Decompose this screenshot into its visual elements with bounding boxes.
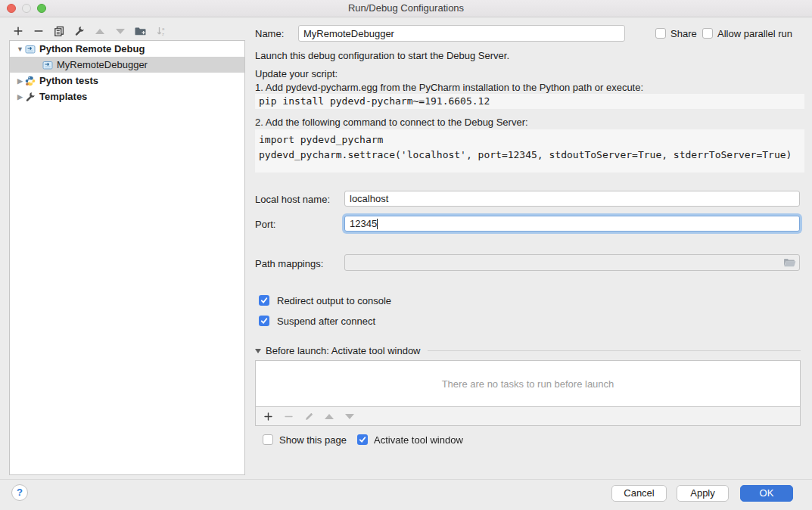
svg-text:a: a: [162, 26, 165, 31]
local-host-name-input[interactable]: [344, 191, 800, 207]
add-task-button[interactable]: [260, 409, 275, 424]
text-cursor: [377, 219, 378, 229]
intro-text: Launch this debug configuration to start…: [255, 50, 509, 61]
down-arrow-icon: [116, 29, 125, 34]
configurations-toolbar: az: [11, 23, 169, 39]
apply-button[interactable]: Apply: [677, 485, 729, 502]
new-folder-button[interactable]: [133, 23, 148, 39]
wrench-icon: [74, 26, 85, 36]
settrace-code-line2: pydevd_pycharm.settrace('localhost', por…: [259, 149, 792, 160]
before-launch-task-list[interactable]: There are no tasks to run before launch: [255, 360, 801, 407]
move-down-button[interactable]: [113, 23, 128, 39]
plus-icon: [13, 26, 23, 36]
browse-path-mappings-button[interactable]: [783, 257, 796, 270]
expand-arrow-icon[interactable]: ▶: [15, 77, 25, 85]
settrace-code-line1: import pydevd_pycharm: [259, 134, 383, 145]
ok-button[interactable]: OK: [740, 485, 793, 502]
window-title: Run/Debug Configurations: [0, 2, 812, 14]
minus-icon: [33, 26, 44, 36]
update-script-text: Update your script:: [255, 68, 338, 79]
tree-item-python-remote-debug[interactable]: ▼ Python Remote Debug: [10, 41, 244, 57]
share-checkbox[interactable]: [655, 28, 666, 39]
name-input[interactable]: [298, 25, 625, 42]
footer-divider: [0, 479, 812, 480]
collapse-arrow-icon[interactable]: ▼: [15, 45, 25, 53]
local-host-name-label: Local host name:: [255, 194, 330, 205]
name-label: Name:: [255, 28, 284, 39]
expand-arrow-icon[interactable]: ▶: [15, 93, 25, 101]
wrench-icon: [25, 92, 36, 102]
new-folder-icon: [135, 26, 147, 36]
remove-task-button[interactable]: [281, 409, 296, 424]
activate-tool-window-checkbox[interactable]: [357, 434, 368, 445]
empty-task-message: There are no tasks to run before launch: [442, 378, 614, 390]
redirect-output-label: Redirect output to console: [277, 295, 391, 306]
tree-item-label: MyRemoteDebugger: [57, 59, 148, 70]
suspend-after-connect-checkbox[interactable]: [259, 316, 269, 326]
show-this-page-checkbox[interactable]: [263, 434, 273, 445]
cancel-button[interactable]: Cancel: [611, 485, 667, 502]
copy-icon: [54, 26, 64, 36]
move-task-up-button[interactable]: [322, 409, 337, 424]
tree-item-label: Templates: [39, 91, 87, 102]
before-launch-toolbar: [255, 406, 801, 426]
activate-tool-window-label: Activate tool window: [374, 434, 463, 446]
step2-text: 2. Add the following command to connect …: [255, 117, 528, 128]
port-label: Port:: [255, 219, 275, 230]
folder-icon: [783, 257, 796, 268]
settrace-code: import pydevd_pycharm pydevd_pycharm.set…: [255, 129, 804, 173]
path-mappings-field[interactable]: [344, 254, 800, 271]
remove-configuration-button[interactable]: [31, 23, 46, 39]
edit-task-button[interactable]: [301, 409, 316, 424]
sort-configurations-button[interactable]: az: [154, 23, 169, 39]
pip-install-code: pip install pydevd-pycharm~=191.6605.12: [255, 94, 804, 109]
tree-item-myremotedebugger[interactable]: MyRemoteDebugger: [10, 57, 244, 73]
allow-parallel-run-label: Allow parallel run: [717, 28, 792, 39]
tree-item-label: Python tests: [39, 75, 98, 86]
sort-az-icon: az: [156, 26, 166, 36]
move-task-down-button[interactable]: [342, 409, 357, 424]
svg-text:z: z: [162, 32, 164, 36]
python-icon: [25, 76, 36, 86]
copy-configuration-button[interactable]: [51, 23, 67, 39]
collapse-arrow-icon[interactable]: [255, 349, 261, 353]
down-arrow-icon: [345, 414, 354, 419]
step1-text: 1. Add pydevd-pycharm.egg from the PyCha…: [255, 82, 643, 93]
allow-parallel-run-checkbox[interactable]: [702, 28, 713, 39]
move-up-button[interactable]: [92, 23, 107, 39]
share-label: Share: [670, 28, 697, 39]
help-button[interactable]: ?: [11, 484, 28, 501]
titlebar[interactable]: Run/Debug Configurations: [0, 0, 812, 17]
tree-item-label: Python Remote Debug: [39, 43, 145, 54]
path-mappings-label: Path mappings:: [255, 258, 323, 269]
configurations-tree: ▼ Python Remote Debug MyRemoteDebugger ▶…: [9, 40, 245, 475]
tree-item-templates[interactable]: ▶ Templates: [10, 89, 244, 104]
run-config-icon: [25, 44, 36, 54]
add-configuration-button[interactable]: [11, 23, 26, 39]
suspend-after-connect-label: Suspend after connect: [277, 316, 375, 327]
minus-icon: [284, 412, 294, 421]
before-launch-title: Before launch: Activate tool window: [266, 345, 421, 356]
up-arrow-icon: [95, 29, 104, 34]
port-input[interactable]: [344, 216, 800, 232]
edit-templates-button[interactable]: [72, 23, 87, 39]
run-config-icon: [42, 60, 53, 70]
show-this-page-label: Show this page: [279, 434, 347, 446]
before-launch-header[interactable]: Before launch: Activate tool window: [255, 345, 801, 356]
pencil-icon: [304, 412, 314, 421]
tree-item-python-tests[interactable]: ▶ Python tests: [10, 73, 244, 89]
redirect-output-checkbox[interactable]: [259, 295, 269, 306]
up-arrow-icon: [325, 414, 334, 419]
header-rule: [428, 350, 801, 351]
plus-icon: [263, 412, 273, 421]
